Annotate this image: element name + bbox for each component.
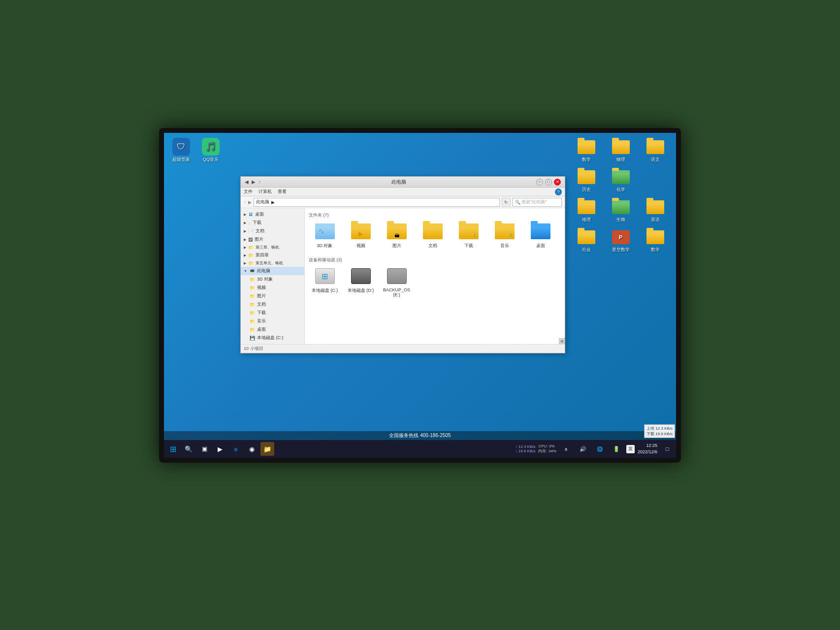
fe-folder-download[interactable]: 下载 xyxy=(452,221,485,251)
fe-sidebar-sub-download[interactable]: 📁 下载 xyxy=(241,309,304,317)
fe-toolbar: ↑ ▶ 此电脑 ▶ ↻ 🔍 搜索"此电脑" xyxy=(241,196,565,208)
chrome-icon: ◉ xyxy=(249,445,255,453)
fe-sidebar-sub-doc[interactable]: 📁 文档 xyxy=(241,300,304,309)
label: 生物 xyxy=(616,217,625,223)
label: 历史 xyxy=(582,187,591,193)
desktop-icon-shengwu[interactable]: 生物 xyxy=(607,200,634,223)
desktop-icon-ppt[interactable]: P 星空数学 xyxy=(607,230,634,253)
fe-folder-doc[interactable]: 文档 xyxy=(417,221,449,251)
systray-chevron[interactable]: ∧ xyxy=(559,442,573,456)
fe-drive-d[interactable]: 本地磁盘 (D:) xyxy=(345,266,377,299)
fe-body: ▶ 🖥 桌面 ▶ ↓ 下载 ▶ 📄 文档 xyxy=(241,208,565,344)
fe-nav-forward[interactable]: ▶ xyxy=(252,179,256,185)
desktop-icon-lishi[interactable]: 历史 xyxy=(573,170,600,193)
desktop-icon-huaxue[interactable]: 化学 xyxy=(607,170,634,193)
fe-nav-back[interactable]: ◀ xyxy=(245,179,249,185)
right-desktop-icons: 数学 物理 语文 xyxy=(573,140,669,253)
fe-menu-view[interactable]: 查看 xyxy=(278,189,287,195)
fe-minimize-btn[interactable]: ─ xyxy=(536,179,543,186)
fe-help-icon[interactable]: ? xyxy=(555,189,562,195)
fe-status-text: 10 小项目 xyxy=(244,346,263,352)
fe-sidebar-desktop[interactable]: ▶ 🖥 桌面 xyxy=(241,210,304,219)
desktop-icon-yuwen[interactable]: 语文 xyxy=(642,140,669,163)
start-icon: ⊞ xyxy=(170,444,176,454)
qqguanjia-label: 超级管家 xyxy=(172,157,190,163)
fe-sidebar-sub-music[interactable]: 📁 音乐 xyxy=(241,317,304,325)
taskbar-app-chrome[interactable]: ◉ xyxy=(245,442,258,456)
systray-speaker[interactable]: 🔊 xyxy=(576,442,590,456)
fe-folder-image[interactable]: 图片 xyxy=(381,221,413,251)
fe-sidebar-ch3[interactable]: ▶ 📁 第三章、唤机 xyxy=(241,244,304,251)
fe-close-btn[interactable]: ✕ xyxy=(554,179,561,186)
fe-search-placeholder: 搜索"此电脑" xyxy=(521,199,547,205)
fe-drive-e[interactable]: BACKUP_OS (E:) xyxy=(381,266,413,299)
edge-icon: e xyxy=(234,445,237,453)
systray-network-speed: ↑ 12.3 KB/s↓ 19.6 KB/s xyxy=(516,444,536,453)
taskbar-app-explorer[interactable]: 📁 xyxy=(260,442,274,456)
taskbar-search[interactable]: 🔍 xyxy=(182,442,195,456)
search-icon: 🔍 xyxy=(185,445,193,453)
fe-folder-music[interactable]: 音乐 xyxy=(488,221,520,251)
fe-sidebar-image[interactable]: ▶ 🖼 图片 xyxy=(241,235,304,244)
systray-lang[interactable]: 英 xyxy=(626,445,635,453)
fe-address-bar[interactable]: 此电脑 ▶ xyxy=(254,198,500,207)
taskbar: ⊞ 🔍 ▣ ▶ e ◉ xyxy=(164,440,676,458)
qqmusic-img: 🎵 xyxy=(202,138,220,156)
fe-folder-3d[interactable]: 3D 对象 xyxy=(309,221,341,251)
fe-folders-grid: 3D 对象 视频 xyxy=(309,221,561,251)
fe-menu-computer[interactable]: 计算机 xyxy=(258,189,272,195)
desktop-topleft-icons: 🛡 超级管家 🎵 QQ音乐 xyxy=(169,138,223,163)
desktop-icon-shehui[interactable]: 社会 xyxy=(573,230,600,253)
label: 化学 xyxy=(616,187,625,193)
fe-sidebar-sub-video[interactable]: 📁 视频 xyxy=(241,284,304,292)
systray-network[interactable]: 🌐 xyxy=(593,442,607,456)
fe-menu-file[interactable]: 文件 xyxy=(244,189,253,195)
fe-drive-c[interactable]: 本地磁盘 (C:) xyxy=(309,266,341,299)
qqmusic-icon[interactable]: 🎵 QQ音乐 xyxy=(198,138,223,163)
fe-statusbar: 10 小项目 ⊞ xyxy=(241,344,565,353)
notification-bar: 全国服务热线 400-186-2505 xyxy=(164,431,676,440)
fe-nav-up[interactable]: ↑ xyxy=(258,179,261,185)
fe-scroll-corner[interactable]: ⊞ xyxy=(559,338,565,344)
desktop-icon-dili[interactable]: 地理 xyxy=(573,200,600,223)
fe-folder-video[interactable]: 视频 xyxy=(345,221,377,251)
fe-sidebar-sub-image[interactable]: 📁 图片 xyxy=(241,292,304,300)
label: 数学 xyxy=(582,157,591,163)
fe-menubar: 文件 计算机 查看 ? xyxy=(241,188,565,196)
taskview-icon: ▣ xyxy=(202,445,207,452)
taskbar-systray: ↑ 12.3 KB/s↓ 19.6 KB/s CPU: 3%内存: 34% ∧ … xyxy=(516,442,674,456)
speed-download: 下载 19.6 KB/s xyxy=(646,431,673,437)
desktop-icon-yingyu[interactable]: 英语 xyxy=(642,200,669,223)
systray-battery[interactable]: 🔋 xyxy=(610,442,623,456)
taskbar-taskview[interactable]: ▣ xyxy=(197,442,211,456)
fe-search-bar[interactable]: 🔍 搜索"此电脑" xyxy=(513,198,562,207)
label: 社会 xyxy=(582,247,591,253)
start-button[interactable]: ⊞ xyxy=(166,442,180,456)
desktop-icon-shuxue[interactable]: 数学 xyxy=(573,140,600,163)
fe-sidebar-download[interactable]: ▶ ↓ 下载 xyxy=(241,219,304,227)
systray-show-desktop[interactable]: □ xyxy=(660,442,674,456)
fe-sidebar-sub-c[interactable]: 💾 本地磁盘 (C:) xyxy=(241,334,304,342)
label: 物理 xyxy=(616,157,625,163)
qqguanjia-icon[interactable]: 🛡 超级管家 xyxy=(169,138,194,163)
taskbar-clock[interactable]: 12:25 2022/12/6 xyxy=(638,442,657,455)
desktop: 🛡 超级管家 🎵 QQ音乐 W 2022年3月日 高中数学题... xyxy=(164,133,676,458)
fe-sidebar-ch4[interactable]: ▶ 📁 第四章 xyxy=(241,251,304,259)
fe-folder-desktop[interactable]: 桌面 xyxy=(524,221,556,251)
taskbar-app-edge[interactable]: e xyxy=(229,442,243,456)
fe-sidebar-thispc[interactable]: ▼ 💻 此电脑 xyxy=(241,267,304,275)
fe-sidebar-ch5[interactable]: ▶ 📁 第五单元、唤机 xyxy=(241,259,304,267)
fe-sidebar-sub-desktop[interactable]: 📁 桌面 xyxy=(241,325,304,334)
fe-refresh-btn[interactable]: ↻ xyxy=(502,198,511,207)
desktop-icon-wuli[interactable]: 物理 xyxy=(607,140,634,163)
fe-address-arrow: ▶ xyxy=(271,200,275,205)
taskbar-app-unknown[interactable]: ▶ xyxy=(213,442,227,456)
fe-sidebar: ▶ 🖥 桌面 ▶ ↓ 下载 ▶ 📄 文档 xyxy=(241,208,305,344)
monitor-frame: 🛡 超级管家 🎵 QQ音乐 W 2022年3月日 高中数学题... xyxy=(159,128,681,463)
desktop-icon-shuxue2[interactable]: 数学 xyxy=(642,230,669,253)
fe-maximize-btn[interactable]: □ xyxy=(545,179,552,186)
qqmusic-label: QQ音乐 xyxy=(203,157,219,163)
fe-sidebar-sub-3d[interactable]: 📁 3D 对象 xyxy=(241,275,304,284)
fe-section-folders-title: 文件夹 (7) xyxy=(309,212,561,219)
fe-sidebar-doc[interactable]: ▶ 📄 文档 xyxy=(241,227,304,235)
